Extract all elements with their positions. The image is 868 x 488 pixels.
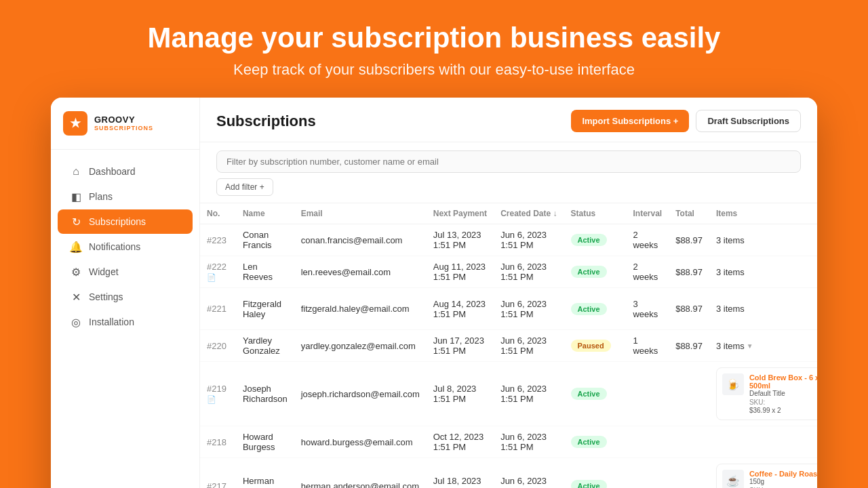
header-buttons: Import Subscriptions + Draft Subscriptio… <box>571 110 801 132</box>
hero-section: Manage your subscription business easily… <box>0 0 868 98</box>
subscriptions-table: No.NameEmailNext PaymentCreated Date ↓St… <box>200 203 817 488</box>
sub-created: Jun 6, 2023 1:51 PM <box>494 458 564 489</box>
sub-items <box>709 426 817 458</box>
sidebar-item-label: Plans <box>89 191 113 202</box>
sub-next-payment: Aug 11, 2023 1:51 PM <box>427 256 494 288</box>
table-row[interactable]: #220Yardley Gonzalezyardley.gonzalez@ema… <box>200 330 817 362</box>
sub-items: 3 items <box>709 224 817 256</box>
main-content: Subscriptions Import Subscriptions + Dra… <box>200 98 817 488</box>
sub-next-payment: Aug 14, 2023 1:51 PM <box>427 288 494 330</box>
items-dropdown[interactable]: 3 items▼ <box>716 341 817 351</box>
sub-name: Conan Francis <box>236 224 294 256</box>
table-row[interactable]: #219 📄Joseph Richardsonjoseph.richardson… <box>200 362 817 426</box>
sidebar: ★ GROOVY SUBSCRIPTIONS ⌂ Dashboard ◧ Pla… <box>51 98 200 488</box>
product-popup: 🍺 Cold Brew Box - 6 x 500ml Default Titl… <box>716 367 817 420</box>
sub-name: Fitzgerald Haley <box>236 288 294 330</box>
sidebar-item-dashboard[interactable]: ⌂ Dashboard <box>58 159 193 184</box>
product-info: Coffee - Daily Roast 150g SKU: $14.99 x … <box>749 470 817 488</box>
sub-created: Jun 6, 2023 1:51 PM <box>494 256 564 288</box>
status-badge: Active <box>571 388 607 400</box>
search-input[interactable] <box>216 150 801 173</box>
sub-no: #220 <box>200 330 236 362</box>
page-title: Subscriptions <box>216 113 316 130</box>
import-button[interactable]: Import Subscriptions + <box>571 110 689 132</box>
sub-no: #219 📄 <box>200 362 236 426</box>
brand-name: GROOVY <box>94 115 153 125</box>
sub-no: #221 <box>200 288 236 330</box>
sub-created: Jun 6, 2023 1:51 PM <box>494 288 564 330</box>
draft-button[interactable]: Draft Subscriptions <box>696 110 801 132</box>
col-createddate: Created Date ↓ <box>494 203 564 224</box>
sidebar-item-settings[interactable]: ✕ Settings <box>58 285 193 309</box>
sub-next-payment: Jul 13, 2023 1:51 PM <box>427 224 494 256</box>
sub-no: #217 <box>200 458 236 489</box>
sub-total: $88.97 <box>669 224 709 256</box>
col-email: Email <box>294 203 427 224</box>
sidebar-item-label: Settings <box>89 291 123 302</box>
sidebar-item-installation[interactable]: ◎ Installation <box>58 310 193 334</box>
sidebar-item-label: Widget <box>89 266 119 277</box>
sub-items: 🍺 Cold Brew Box - 6 x 500ml Default Titl… <box>709 362 817 426</box>
table-row[interactable]: #222 📄Len Reeveslen.reeves@email.comAug … <box>200 256 817 288</box>
sidebar-item-widget[interactable]: ⚙ Widget <box>58 260 193 284</box>
sub-total: $88.97 <box>669 256 709 288</box>
sub-no: #222 📄 <box>200 256 236 288</box>
sidebar-item-label: Notifications <box>89 241 140 252</box>
sub-next-payment: Jun 17, 2023 1:51 PM <box>427 330 494 362</box>
sub-interval <box>626 362 669 426</box>
brand-sub: SUBSCRIPTIONS <box>94 125 153 132</box>
sidebar-item-subscriptions[interactable]: ↻ Subscriptions <box>58 209 193 234</box>
sidebar-item-label: Dashboard <box>89 166 136 177</box>
sidebar-item-label: Installation <box>89 317 134 327</box>
sub-items: 3 items <box>709 256 817 288</box>
table-header: No.NameEmailNext PaymentCreated Date ↓St… <box>200 203 817 224</box>
sub-interval: 1 weeks <box>626 330 669 362</box>
sidebar-logo: ★ GROOVY SUBSCRIPTIONS <box>51 111 199 150</box>
product-subname: 150g <box>749 478 817 485</box>
product-thumb: ☕ <box>722 470 744 488</box>
table-row[interactable]: #218Howard Burgesshoward.burgess@email.c… <box>200 426 817 458</box>
filter-bar: Add filter + <box>200 142 817 203</box>
sub-email: yardley.gonzalez@email.com <box>294 330 427 362</box>
hero-title: Manage your subscription business easily <box>14 22 854 54</box>
hero-subtitle: Keep track of your subscribers with our … <box>14 61 854 79</box>
subscriptions-table-wrapper: No.NameEmailNext PaymentCreated Date ↓St… <box>200 203 817 488</box>
table-row[interactable]: #217Herman Andersonherman.anderson@email… <box>200 458 817 489</box>
col-total: Total <box>669 203 709 224</box>
product-info: Cold Brew Box - 6 x 500ml Default Title … <box>749 373 817 414</box>
sub-items: 3 items <box>709 288 817 330</box>
logo-icon: ★ <box>63 111 87 136</box>
sub-email: joseph.richardson@email.com <box>294 362 427 426</box>
sub-email: fitzgerald.haley@email.com <box>294 288 427 330</box>
sub-name: Joseph Richardson <box>236 362 294 426</box>
sidebar-item-notifications[interactable]: 🔔 Notifications <box>58 235 193 259</box>
widget-icon: ⚙ <box>70 266 82 278</box>
status-badge: Active <box>571 234 607 246</box>
col-interval: Interval <box>626 203 669 224</box>
col-no: No. <box>200 203 236 224</box>
product-popup: ☕ Coffee - Daily Roast 150g SKU: $14.99 … <box>716 464 817 488</box>
sub-email: len.reeves@email.com <box>294 256 427 288</box>
sub-status: Paused <box>564 330 627 362</box>
sub-created: Jun 6, 2023 1:51 PM <box>494 224 564 256</box>
sub-items: ☕ Coffee - Daily Roast 150g SKU: $14.99 … <box>709 458 817 489</box>
table-row[interactable]: #223Conan Francisconan.francis@email.com… <box>200 224 817 256</box>
sub-next-payment: Jul 8, 2023 1:51 PM <box>427 362 494 426</box>
sub-name: Herman Anderson <box>236 458 294 489</box>
product-name: Cold Brew Box - 6 x 500ml <box>749 373 817 390</box>
status-badge: Paused <box>571 340 611 352</box>
sub-name: Howard Burgess <box>236 426 294 458</box>
sub-created: Jun 6, 2023 1:51 PM <box>494 362 564 426</box>
sub-interval: 2 weeks <box>626 256 669 288</box>
sub-items: 3 items▼ <box>709 330 817 362</box>
sub-status: Active <box>564 458 627 489</box>
table-row[interactable]: #221Fitzgerald Haleyfitzgerald.haley@ema… <box>200 288 817 330</box>
notifications-icon: 🔔 <box>70 241 82 253</box>
sidebar-item-plans[interactable]: ◧ Plans <box>58 184 193 209</box>
add-filter-button[interactable]: Add filter + <box>216 178 273 196</box>
plans-icon: ◧ <box>70 190 82 203</box>
col-status: Status <box>564 203 627 224</box>
product-price: $36.99 x 2 <box>749 407 817 414</box>
installation-icon: ◎ <box>70 316 82 328</box>
app-container: ★ GROOVY SUBSCRIPTIONS ⌂ Dashboard ◧ Pla… <box>51 98 817 488</box>
